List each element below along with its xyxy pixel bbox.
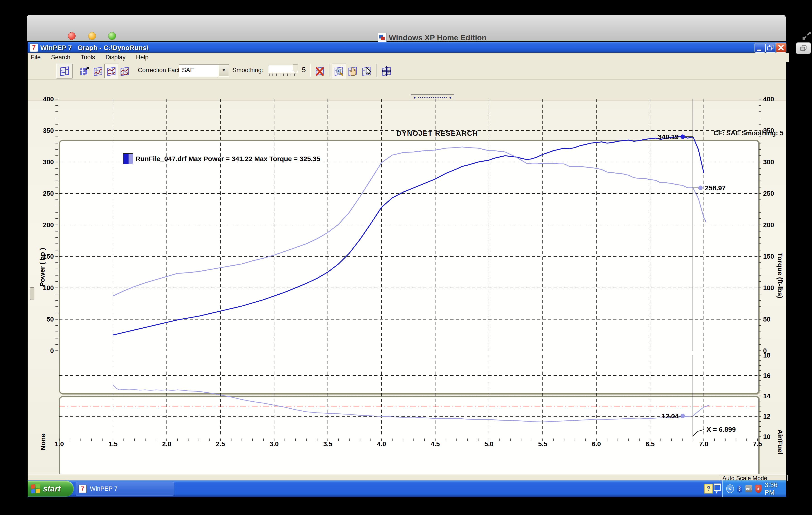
single-curve-button[interactable]: [91, 64, 105, 79]
menu-search[interactable]: Search: [51, 54, 70, 61]
auto-scale-button[interactable]: [379, 64, 394, 79]
multi-curve-button[interactable]: [118, 64, 132, 79]
left-scrollbar-thumb[interactable]: [30, 287, 34, 300]
vm-unity-button[interactable]: [796, 42, 811, 54]
chart-legend: RunFile_047.drf Max Power = 341.22 Max T…: [123, 153, 320, 164]
mac-close-button[interactable]: [68, 32, 76, 40]
legend-swatch: [123, 153, 133, 164]
grid-two-curves-icon: [106, 66, 117, 76]
mac-zoom-button[interactable]: [108, 32, 116, 40]
x-axis-title: Engine Speed (RPM x1000): [317, 497, 498, 505]
statusbar: Auto Scale Mode: [28, 474, 786, 481]
screenshot-stage: Windows XP Home Edition ‹···›: [0, 0, 812, 515]
hide-icons-chevron[interactable]: <: [726, 484, 734, 493]
minimize-button[interactable]: [755, 43, 765, 53]
grid-red-x-icon: [314, 66, 325, 77]
y-axis-label-none: None: [39, 433, 47, 451]
y-axis-label-torque: Torque (ft-lbs): [776, 253, 784, 289]
cursor-grid-icon: [361, 66, 372, 77]
y-axis-label-power: Power ( hp ): [38, 255, 46, 287]
system-tray: < ᛒ vm x 3:36 PM: [722, 480, 786, 497]
restore-button[interactable]: [765, 43, 776, 53]
correction-factor-select[interactable]: SAE ▼: [179, 64, 229, 77]
grid-arrow-icon: [80, 66, 90, 76]
start-button[interactable]: start: [28, 481, 74, 497]
smoothing-value: 5: [302, 66, 306, 74]
security-shield-icon[interactable]: x: [755, 485, 761, 493]
mac-window: Windows XP Home Edition ‹···›: [27, 15, 786, 482]
overlapping-windows-icon: [800, 45, 807, 51]
run-selector-right-arrow-icon[interactable]: ▼: [448, 96, 452, 99]
y-axis-label-airfuel: Air/Fuel: [776, 426, 784, 458]
four-way-arrows-grid-icon: [381, 65, 392, 77]
close-button[interactable]: [776, 43, 786, 53]
windows-flag-icon: [31, 484, 40, 494]
main-plot-area[interactable]: [59, 140, 759, 394]
xp-screen: 7 WinPEP 7 Graph - C:\DynoRuns\ File Sea…: [28, 42, 786, 497]
app-titlebar[interactable]: 7 WinPEP 7 Graph - C:\DynoRuns\: [28, 42, 786, 53]
menu-help[interactable]: Help: [136, 54, 149, 61]
taskbar: start 7 WinPEP 7 ? ▼ < ᛒ vm x 3:36 PM: [28, 480, 786, 497]
run-selector[interactable]: ▼ ▼: [411, 94, 454, 101]
menu-tools[interactable]: Tools: [81, 54, 95, 61]
sub-plot-area[interactable]: [59, 396, 759, 480]
vm-window-title: Windows XP Home Edition: [389, 33, 592, 42]
magnifier-grid-icon: [334, 66, 344, 77]
app-title: WinPEP 7 Graph - C:\DynoRuns\: [40, 44, 148, 52]
dual-curve-button[interactable]: [104, 64, 118, 79]
window-tray-icon[interactable]: [714, 484, 721, 491]
clear-graph-button[interactable]: [313, 64, 327, 79]
pan-tool-button[interactable]: [346, 64, 360, 79]
run-selector-track[interactable]: [418, 97, 447, 98]
graph-grid-button[interactable]: [56, 64, 73, 79]
legend-label: RunFile_047.drf Max Power = 341.22 Max T…: [136, 155, 320, 163]
task-label: WinPEP 7: [90, 485, 118, 492]
chart-panel: DYNOJET RESEARCH CF: SAE Smoothing: 5 Ru…: [28, 101, 786, 474]
taskbar-task-winpep[interactable]: 7 WinPEP 7: [76, 482, 174, 496]
menu-display[interactable]: Display: [106, 54, 125, 61]
bluetooth-icon[interactable]: ᛒ: [737, 485, 742, 493]
grid-curve-icon: [93, 66, 103, 76]
winpep-task-icon: 7: [79, 485, 87, 493]
mac-minimize-button[interactable]: [88, 32, 96, 40]
taskbar-clock: 3:36 PM: [765, 481, 786, 496]
vmware-tools-icon[interactable]: vm: [745, 485, 752, 492]
menubar: File Search Tools Display Help: [28, 53, 789, 62]
grid-curves-icon: [119, 66, 130, 76]
correction-factor-value: SAE: [179, 65, 219, 76]
chart-corner-info: CF: SAE Smoothing: 5: [639, 130, 783, 137]
chart-brand-title: DYNOJET RESEARCH: [376, 130, 498, 138]
hand-grid-icon: [347, 66, 358, 77]
run-selector-left-arrow-icon[interactable]: ▼: [413, 96, 416, 99]
new-graph-button[interactable]: [78, 64, 92, 79]
fullscreen-arrows-icon[interactable]: [802, 31, 812, 40]
start-label: start: [43, 484, 61, 493]
mac-titlebar[interactable]: Windows XP Home Edition ‹···›: [27, 15, 786, 41]
select-tool-button[interactable]: [359, 64, 374, 79]
grid-icon: [59, 66, 70, 76]
menu-file[interactable]: File: [31, 54, 41, 61]
help-tray-icon[interactable]: ?: [704, 484, 713, 493]
app-toolbar: Correction Factor: SAE ▼ Smoothing: 5: [28, 62, 786, 80]
tray-dropdown-arrow-icon[interactable]: ▼: [715, 490, 718, 494]
chevron-down-icon[interactable]: ▼: [219, 65, 229, 76]
smoothing-label: Smoothing:: [232, 67, 263, 74]
vm-document-icon: [378, 33, 386, 42]
zoom-tool-button[interactable]: [332, 64, 346, 79]
winpep-app-icon: 7: [30, 44, 38, 52]
